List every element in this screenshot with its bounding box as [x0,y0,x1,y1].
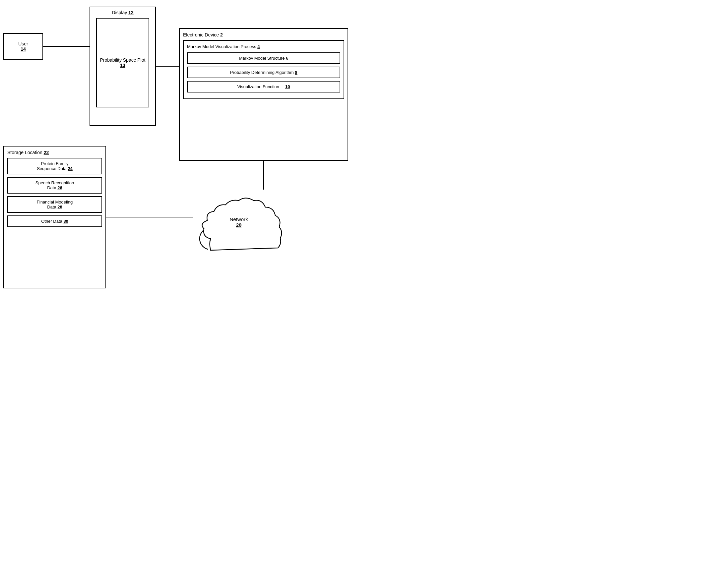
financial-data-box: Financial ModelingData 28 [7,196,102,213]
protein-data-box: Protein FamilySequence Data 24 [7,158,102,174]
storage-label: Storage Location 22 [7,150,102,155]
visualization-function-box: Visualization Function 10 [187,81,340,92]
display-title: Display 12 [112,10,133,15]
storage-box: Storage Location 22 Protein FamilySequen… [3,146,106,288]
probability-algorithm-box: Probability Determining Algorithm 8 [187,67,340,78]
markov-structure-box: Markov Model Structure 6 [187,52,340,64]
markov-process-label: Markov Model Visualization Process 4 [187,44,340,49]
user-number: 14 [21,46,26,52]
probability-plot-label: Probability Space Plot 13 [100,57,146,68]
markov-process-box: Markov Model Visualization Process 4 Mar… [183,40,344,99]
diagram: User 14 Display 12 Probability Space Plo… [0,0,356,294]
display-inner-box: Probability Space Plot 13 [96,18,149,107]
display-box: Display 12 Probability Space Plot 13 [89,7,156,126]
electronic-device-box: Electronic Device 2 Markov Model Visuali… [179,28,348,161]
electronic-device-label: Electronic Device 2 [183,32,344,38]
speech-data-box: Speech RecognitionData 26 [7,177,102,194]
network-cloud: Network 20 [192,189,285,255]
network-label: Network 20 [230,217,248,228]
user-box: User 14 [3,33,43,60]
other-data-box: Other Data 30 [7,216,102,227]
user-label: User [18,41,28,46]
